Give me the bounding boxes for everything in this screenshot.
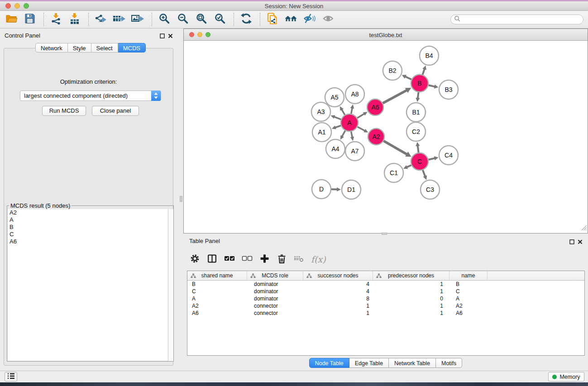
split-panel-button[interactable] (207, 253, 217, 266)
hide-graphics-details-button[interactable] (303, 13, 316, 26)
float-panel-icon[interactable] (569, 238, 574, 246)
run-mcds-button[interactable]: Run MCDS (42, 106, 86, 116)
graph-node-C4[interactable]: C4 (439, 146, 458, 165)
graph-node-D1[interactable]: D1 (342, 180, 361, 199)
graph-node-C1[interactable]: C1 (384, 163, 403, 182)
home-view-button[interactable] (284, 13, 298, 26)
mcds-result-scrollbar[interactable] (168, 209, 173, 361)
column-settings-button[interactable] (190, 253, 200, 266)
tab-motifs[interactable]: Motifs (436, 358, 462, 368)
float-panel-icon[interactable] (160, 32, 165, 40)
table-cell[interactable]: 1 (303, 310, 373, 317)
network-canvas[interactable]: AA6A2BCA5A8A3A1A4A7B2B4B3B1C2C4C1C3DD1 (184, 41, 588, 233)
select-all-button[interactable] (224, 253, 235, 265)
table-cell[interactable]: dominator (247, 288, 303, 295)
graph-node-A8[interactable]: A8 (345, 85, 364, 104)
duplicate-network-button[interactable] (266, 13, 279, 26)
graph-node-D[interactable]: D (312, 180, 331, 199)
table-row[interactable]: A6connector11A6 (187, 310, 584, 317)
graph-node-A7[interactable]: A7 (345, 142, 364, 161)
show-graphics-details-button[interactable] (321, 13, 335, 26)
zoom-selected-button[interactable] (213, 13, 227, 26)
graph-node-A1[interactable]: A1 (312, 123, 331, 142)
graph-node-B3[interactable]: B3 (439, 80, 458, 99)
table-cell[interactable]: C (449, 288, 488, 295)
table-cell[interactable] (488, 281, 584, 288)
open-session-button[interactable] (5, 13, 18, 26)
table-cell[interactable]: dominator (247, 295, 303, 302)
delete-table-button[interactable] (294, 253, 304, 265)
graph-node-B1[interactable]: B1 (406, 103, 425, 122)
zoom-out-button[interactable] (176, 13, 190, 26)
table-cell[interactable]: 1 (373, 288, 449, 295)
task-history-button[interactable] (5, 372, 17, 381)
table-cell[interactable]: B (449, 281, 488, 288)
graph-node-A5[interactable]: A5 (325, 88, 344, 107)
graph-node-A[interactable]: A (341, 114, 358, 131)
graph-node-A2[interactable]: A2 (368, 129, 384, 145)
table-cell[interactable]: dominator (247, 281, 303, 288)
splitter-grip-horizontal[interactable] (382, 233, 387, 235)
table-cell[interactable]: 1 (373, 310, 449, 317)
delete-column-button[interactable] (277, 253, 287, 266)
memory-button[interactable]: Memory (548, 372, 584, 381)
table-cell[interactable]: C (187, 288, 247, 295)
control-tab-style[interactable]: Style (68, 43, 91, 52)
search-input[interactable] (461, 15, 583, 24)
table-row[interactable]: Bdominator41B (187, 281, 584, 288)
tab-edge-table[interactable]: Edge Table (349, 358, 389, 368)
graph-node-A4[interactable]: A4 (326, 139, 345, 158)
table-row[interactable]: Cdominator41C (187, 288, 584, 295)
import-table-button[interactable] (68, 13, 81, 26)
tab-network-table[interactable]: Network Table (389, 358, 436, 368)
graph-node-C[interactable]: C (411, 153, 428, 170)
table-cell[interactable]: 8 (303, 295, 373, 302)
function-builder-button[interactable]: f(x) (311, 254, 326, 264)
table-cell[interactable]: 4 (303, 281, 373, 288)
save-session-button[interactable] (23, 13, 37, 26)
table-cell[interactable]: A (187, 295, 247, 302)
column-header-predecessor-nodes[interactable]: predecessor nodes (373, 271, 449, 280)
table-row[interactable]: A2connector11A2 (187, 302, 584, 310)
splitter-grip[interactable] (180, 196, 182, 202)
close-panel-button[interactable]: Close panel (92, 106, 139, 116)
table-cell[interactable]: 4 (303, 288, 373, 295)
graph-node-A6[interactable]: A6 (367, 99, 383, 115)
table-cell[interactable]: A (449, 295, 488, 302)
import-network-button[interactable] (49, 13, 63, 26)
close-panel-icon[interactable] (168, 32, 173, 40)
column-header-mcds-role[interactable]: MCDS role (247, 271, 303, 280)
close-panel-icon[interactable] (578, 238, 583, 246)
graph-node-B[interactable]: B (411, 75, 428, 92)
table-cell[interactable]: A2 (449, 302, 488, 310)
table-cell[interactable]: A6 (187, 310, 247, 317)
control-tab-mcds[interactable]: MCDS (118, 43, 146, 52)
mcds-result-item[interactable]: C (8, 231, 173, 238)
table-cell[interactable] (488, 310, 584, 317)
table-cell[interactable] (488, 288, 584, 295)
table-row[interactable]: Adominator80A (187, 295, 584, 302)
table-cell[interactable]: 1 (373, 281, 449, 288)
table-cell[interactable]: B (187, 281, 247, 288)
zoom-in-button[interactable] (158, 13, 171, 26)
graph-node-B4[interactable]: B4 (420, 46, 439, 65)
table-cell[interactable]: A6 (449, 310, 488, 317)
table-cell[interactable]: A2 (187, 302, 247, 310)
graph-node-C3[interactable]: C3 (421, 180, 440, 199)
mcds-result-item[interactable]: A6 (8, 238, 173, 245)
column-header-name[interactable]: name (449, 271, 488, 280)
table-cell[interactable]: connector (247, 310, 303, 317)
column-header-successor-nodes[interactable]: successor nodes (303, 271, 373, 280)
graph-node-B2[interactable]: B2 (383, 61, 402, 80)
mcds-result-item[interactable]: B (8, 224, 173, 231)
table-cell[interactable]: 1 (303, 302, 373, 310)
criterion-dropdown[interactable]: largest connected component (directed) (20, 91, 161, 101)
search-field[interactable] (450, 14, 583, 24)
export-network-button[interactable] (94, 13, 108, 26)
table-cell[interactable]: 0 (373, 295, 449, 302)
table-cell[interactable] (488, 302, 584, 310)
tab-node-table[interactable]: Node Table (309, 358, 349, 368)
mcds-result-item[interactable]: A (8, 216, 173, 224)
control-tab-network[interactable]: Network (35, 43, 68, 52)
control-tab-select[interactable]: Select (91, 43, 118, 52)
